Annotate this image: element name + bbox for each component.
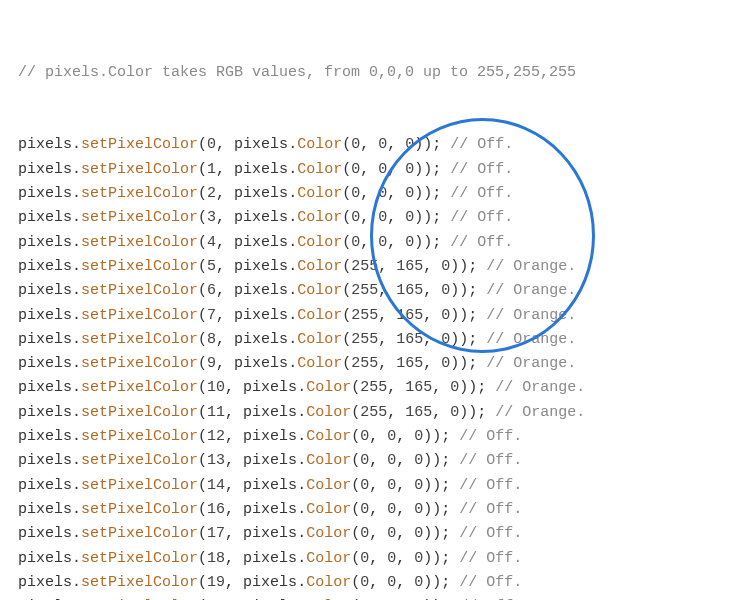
token-colorfn: Color xyxy=(297,355,342,372)
token-method: setPixelColor xyxy=(81,307,198,324)
token-comment: // Off. xyxy=(459,428,522,445)
token-colorfn: Color xyxy=(306,525,351,542)
token-colorfn: Color xyxy=(306,501,351,518)
token-comment: // Orange. xyxy=(486,331,576,348)
token-obj: pixels xyxy=(18,452,72,469)
code-line: pixels.setPixelColor(2, pixels.Color(0, … xyxy=(18,182,716,206)
token-obj: pixels xyxy=(18,574,72,591)
token-index: 14 xyxy=(207,477,225,494)
code-line: pixels.setPixelColor(10, pixels.Color(25… xyxy=(18,376,716,400)
code-line: pixels.setPixelColor(6, pixels.Color(255… xyxy=(18,279,716,303)
code-line: pixels.setPixelColor(13, pixels.Color(0,… xyxy=(18,449,716,473)
token-comment: // Orange. xyxy=(486,355,576,372)
token-obj: pixels xyxy=(18,428,72,445)
token-obj: pixels xyxy=(18,404,72,421)
code-line: pixels.setPixelColor(7, pixels.Color(255… xyxy=(18,304,716,328)
code-line: pixels.setPixelColor(3, pixels.Color(0, … xyxy=(18,206,716,230)
token-comment: // Off. xyxy=(459,550,522,567)
token-colorfn: Color xyxy=(297,209,342,226)
token-obj: pixels xyxy=(18,209,72,226)
token-obj: pixels xyxy=(18,477,72,494)
code-line: pixels.setPixelColor(11, pixels.Color(25… xyxy=(18,401,716,425)
token-comment: // Off. xyxy=(450,185,513,202)
token-colorfn: Color xyxy=(297,234,342,251)
token-comment: // Orange. xyxy=(486,307,576,324)
token-colorfn: Color xyxy=(306,379,351,396)
token-comment: // Orange. xyxy=(495,379,585,396)
token-obj: pixels xyxy=(18,550,72,567)
token-index: 8 xyxy=(207,331,216,348)
code-line: pixels.setPixelColor(0, pixels.Color(0, … xyxy=(18,133,716,157)
token-index: 18 xyxy=(207,550,225,567)
code-line: pixels.setPixelColor(19, pixels.Color(0,… xyxy=(18,571,716,595)
code-lines: pixels.setPixelColor(0, pixels.Color(0, … xyxy=(18,133,716,600)
token-index: 6 xyxy=(207,282,216,299)
token-obj: pixels xyxy=(18,525,72,542)
token-method: setPixelColor xyxy=(81,428,198,445)
token-colorfn: Color xyxy=(297,161,342,178)
token-obj: pixels xyxy=(18,501,72,518)
code-line: pixels.setPixelColor(5, pixels.Color(255… xyxy=(18,255,716,279)
token-comment: // Orange. xyxy=(486,258,576,275)
token-comment: // Orange. xyxy=(495,404,585,421)
token-method: setPixelColor xyxy=(81,404,198,421)
code-line: pixels.setPixelColor(12, pixels.Color(0,… xyxy=(18,425,716,449)
token-index: 11 xyxy=(207,404,225,421)
code-line: pixels.setPixelColor(4, pixels.Color(0, … xyxy=(18,231,716,255)
token-obj: pixels xyxy=(18,258,72,275)
code-line: pixels.setPixelColor(16, pixels.Color(0,… xyxy=(18,498,716,522)
token-method: setPixelColor xyxy=(81,209,198,226)
token-colorfn: Color xyxy=(306,404,351,421)
token-comment: // Off. xyxy=(450,209,513,226)
token-comment: // Off. xyxy=(459,525,522,542)
token-index: 0 xyxy=(207,136,216,153)
token-index: 19 xyxy=(207,574,225,591)
token-index: 4 xyxy=(207,234,216,251)
token-obj: pixels xyxy=(18,282,72,299)
token-method: setPixelColor xyxy=(81,282,198,299)
token-method: setPixelColor xyxy=(81,525,198,542)
token-method: setPixelColor xyxy=(81,136,198,153)
token-colorfn: Color xyxy=(297,307,342,324)
token-comment: // Off. xyxy=(459,501,522,518)
token-method: setPixelColor xyxy=(81,574,198,591)
code-line: pixels.setPixelColor(1, pixels.Color(0, … xyxy=(18,158,716,182)
code-line: pixels.setPixelColor(17, pixels.Color(0,… xyxy=(18,522,716,546)
token-index: 7 xyxy=(207,307,216,324)
token-index: 2 xyxy=(207,185,216,202)
token-method: setPixelColor xyxy=(81,161,198,178)
token-obj: pixels xyxy=(18,185,72,202)
token-method: setPixelColor xyxy=(81,379,198,396)
token-comment: // Off. xyxy=(459,477,522,494)
token-method: setPixelColor xyxy=(81,331,198,348)
token-colorfn: Color xyxy=(306,574,351,591)
token-colorfn: Color xyxy=(306,550,351,567)
token-colorfn: Color xyxy=(297,185,342,202)
token-obj: pixels xyxy=(18,379,72,396)
token-index: 17 xyxy=(207,525,225,542)
token-obj: pixels xyxy=(18,161,72,178)
code-block: // pixels.Color takes RGB values, from 0… xyxy=(18,12,716,600)
token-comment: // Off. xyxy=(459,574,522,591)
token-index: 3 xyxy=(207,209,216,226)
token-method: setPixelColor xyxy=(81,185,198,202)
token-method: setPixelColor xyxy=(81,501,198,518)
token-method: setPixelColor xyxy=(81,355,198,372)
token-colorfn: Color xyxy=(306,452,351,469)
token-index: 12 xyxy=(207,428,225,445)
code-line: pixels.setPixelColor(18, pixels.Color(0,… xyxy=(18,547,716,571)
token-colorfn: Color xyxy=(306,477,351,494)
token-index: 9 xyxy=(207,355,216,372)
token-index: 13 xyxy=(207,452,225,469)
token-index: 5 xyxy=(207,258,216,275)
token-method: setPixelColor xyxy=(81,234,198,251)
token-obj: pixels xyxy=(18,331,72,348)
token-obj: pixels xyxy=(18,136,72,153)
token-colorfn: Color xyxy=(297,258,342,275)
token-comment: // Off. xyxy=(450,234,513,251)
token-index: 16 xyxy=(207,501,225,518)
token-obj: pixels xyxy=(18,234,72,251)
token-colorfn: Color xyxy=(297,136,342,153)
token-colorfn: Color xyxy=(297,331,342,348)
token-method: setPixelColor xyxy=(81,452,198,469)
